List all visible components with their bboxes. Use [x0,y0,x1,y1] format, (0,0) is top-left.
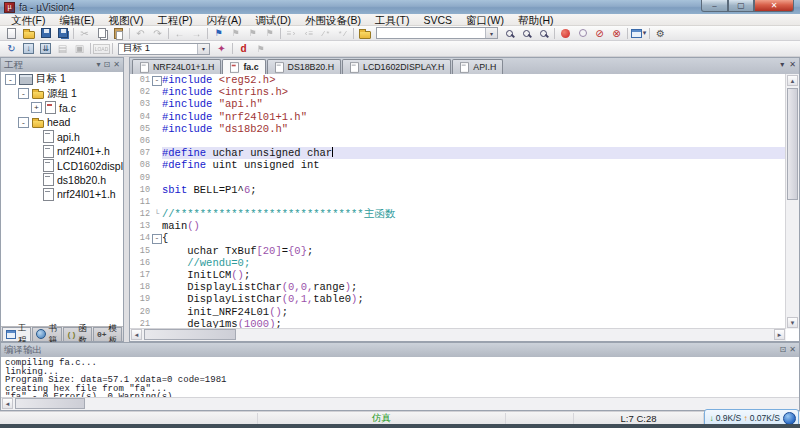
copy-icon[interactable] [93,26,110,40]
tree-item[interactable]: nrf24l01+1.h [1,187,123,201]
code-line[interactable]: 14-{ [130,232,786,244]
scroll-down-icon[interactable]: ▼ [787,317,798,328]
tree-item[interactable]: ds18b20.h [1,173,123,187]
scroll-left-icon[interactable]: ◄ [2,398,13,409]
code-line[interactable]: 19 DisplayListChar(0,1,table0); [130,293,786,305]
scrollbar-thumb[interactable] [15,398,85,409]
pin-icon[interactable]: ⊡ [780,345,787,355]
code-line[interactable]: 07#define uchar unsigned char [130,147,786,159]
navigate-back-icon[interactable]: ← [171,26,188,40]
code-line[interactable]: 04#include "nrf24l01+1.h" [130,111,786,123]
editor-tab-0[interactable]: NRF24L01+1.H [132,59,221,74]
minimize-button[interactable]: – [701,0,728,12]
collapse-icon[interactable]: - [18,88,29,99]
find-combo[interactable]: ▾ [376,27,498,39]
code-line[interactable]: 10sbit BELL=P1^6; [130,184,786,196]
code-line[interactable]: 20 init_NRF24L01(); [130,306,786,318]
scroll-up-icon[interactable]: ▲ [787,75,798,86]
collapse-icon[interactable]: - [5,74,16,85]
debug-session-icon[interactable]: d [235,42,252,56]
editor-tab-2[interactable]: DS18B20.H [267,59,341,74]
batch-build-icon[interactable]: ▤ [54,42,71,56]
find-in-files-icon[interactable] [501,26,518,40]
tree-item[interactable]: -目标 1 [1,72,123,86]
paste-icon[interactable] [110,26,127,40]
editor-tab-1[interactable]: fa.c [222,59,265,74]
tree-item[interactable]: nrf24l01+.h [1,144,123,158]
menu-item-4[interactable]: 闪存(A) [199,14,248,26]
close-button[interactable]: ✕ [754,0,794,12]
undo-icon[interactable]: ↶ [132,26,149,40]
output-horizontal-scrollbar[interactable]: ◄ [1,397,799,410]
translate-icon[interactable]: ↻ [3,42,20,56]
panel-tab-0[interactable]: 工程 [2,327,31,341]
close-icon[interactable]: ✕ [789,60,796,69]
code-line[interactable]: 09 [130,172,786,184]
maximize-button[interactable]: ▢ [728,0,754,12]
editor-tab-3[interactable]: LCD1602DISPLAY.H [342,59,451,74]
download-icon[interactable]: LOAD [93,42,110,56]
scroll-left-icon[interactable]: ◄ [131,329,142,340]
code-editor[interactable]: 01-#include <reg52.h>02#include <intrins… [130,74,786,329]
panel-tab-1[interactable]: 书籍 [32,327,61,341]
chevron-down-icon[interactable]: ▾ [485,28,497,38]
menu-item-3[interactable]: 工程(P) [150,14,199,26]
code-line[interactable]: 15 uchar TxBuf[20]={0}; [130,245,786,257]
code-line[interactable]: 13main() [130,220,786,232]
indent-icon[interactable]: ≡› [283,26,300,40]
redo-icon[interactable]: ↷ [149,26,166,40]
menu-item-10[interactable]: 帮助(H) [511,14,561,26]
close-icon[interactable]: ✕ [789,345,796,355]
save-icon[interactable] [37,26,54,40]
code-line[interactable]: 06 [130,135,786,147]
find-icon[interactable] [518,26,535,40]
panel-tab-3[interactable]: 0+模板 [93,327,122,341]
menu-item-0[interactable]: 文件(F) [4,14,52,26]
bookmark-clear-icon[interactable]: ⚑ [261,26,278,40]
bookmark-next-icon[interactable]: ⚑ [244,26,261,40]
pin-icon[interactable]: ⊡ [104,60,111,70]
tree-item[interactable]: -head [1,115,123,129]
breakpoint-disable-all-icon[interactable]: ⊘ [591,26,608,40]
chevron-down-icon[interactable]: ▾ [780,60,784,69]
menu-item-5[interactable]: 调试(D) [248,14,298,26]
panel-tab-2[interactable]: ()函数 [63,327,92,341]
code-line[interactable]: 03#include "api.h" [130,98,786,110]
menu-item-6[interactable]: 外围设备(B) [298,14,368,26]
menu-item-8[interactable]: SVCS [416,14,459,26]
code-line[interactable]: 05#include "ds18b20.h" [130,123,786,135]
options-target-icon[interactable]: ✦ [213,42,230,56]
collapse-icon[interactable]: - [18,117,29,128]
configure-icon[interactable]: ⚙ [652,26,669,40]
menu-item-1[interactable]: 编辑(E) [52,14,101,26]
uncomment-icon[interactable]: */ [334,26,351,40]
configure-folder-icon[interactable] [356,26,373,40]
editor-vertical-scrollbar[interactable]: ▲ ▼ [785,74,799,329]
tree-item[interactable]: LCD1602display.h [1,158,123,172]
tree-item[interactable]: api.h [1,130,123,144]
bookmark-icon[interactable]: ⚑ [210,26,227,40]
editor-tab-4[interactable]: API.H [452,59,503,74]
fold-collapse-icon[interactable]: - [152,76,162,86]
tree-item[interactable]: +fa.c [1,101,123,115]
code-line[interactable]: 01-#include <reg52.h> [130,74,786,86]
code-line[interactable]: 17 InitLCM(); [130,269,786,281]
comment-icon[interactable]: /* [317,26,334,40]
code-line[interactable]: 11 [130,196,786,208]
debug-windows-icon[interactable]: ▾ [630,26,647,40]
menu-item-7[interactable]: 工具(T) [368,14,416,26]
code-line[interactable]: 18 DisplayListChar(0,0,range); [130,281,786,293]
navigate-forward-icon[interactable]: → [188,26,205,40]
code-line[interactable]: 16 //wendu=0; [130,257,786,269]
close-icon[interactable]: ✕ [113,60,120,70]
cut-icon[interactable]: ✂ [76,26,93,40]
expand-icon[interactable]: + [31,102,42,113]
target-combo[interactable]: 目标 1▾ [118,43,210,55]
periodic-update-icon[interactable]: ⚑ [252,42,269,56]
breakpoint-kill-all-icon[interactable]: ⊗ [608,26,625,40]
bookmark-prev-icon[interactable]: ⚑ [227,26,244,40]
chevron-down-icon[interactable]: ▾ [197,44,209,54]
rebuild-icon[interactable]: ⇊ [37,42,54,56]
code-line[interactable]: 08#define uint unsigned int [130,159,786,171]
stop-build-icon[interactable]: ▣ [71,42,88,56]
